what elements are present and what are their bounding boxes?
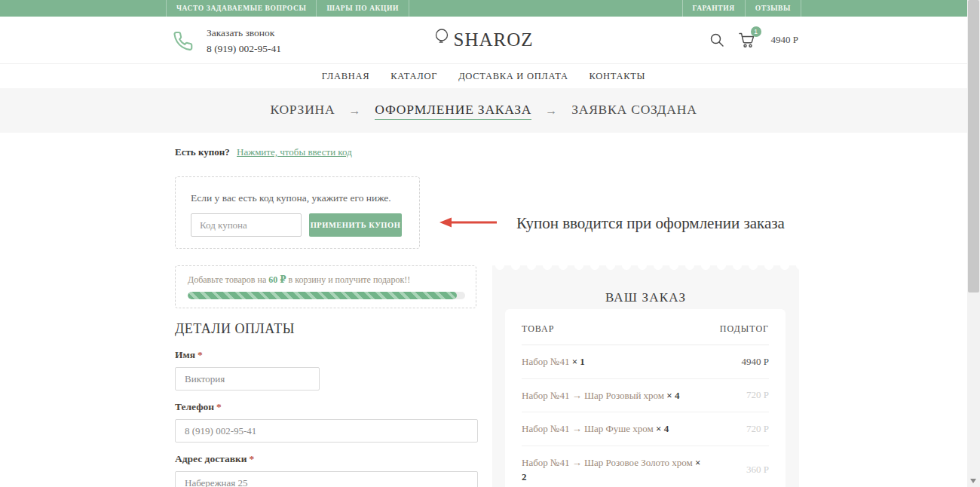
nav-home[interactable]: ГЛАВНАЯ bbox=[322, 71, 369, 82]
gift-progress-track bbox=[188, 292, 465, 299]
order-item-name: Набор №41 → Шар Розовый хром × 4 bbox=[522, 388, 706, 403]
gift-progress-box: Добавьте товаров на 60 ₽ в корзину и пол… bbox=[175, 265, 476, 308]
page: ЧАСТО ЗАДАВАЕМЫЕ ВОПРОСЫ ШАРЫ ПО АКЦИИ Г… bbox=[0, 0, 967, 487]
header-phone-number: 8 (919) 002-95-41 bbox=[207, 43, 281, 54]
required-mark: * bbox=[198, 349, 203, 360]
cart-count-badge: 1 bbox=[751, 26, 761, 37]
search-icon[interactable] bbox=[709, 32, 724, 47]
topbar-right-links: ГАРАНТИЯ ОТЗЫВЫ bbox=[682, 0, 801, 17]
breadcrumb-arrow-icon: → bbox=[348, 104, 361, 118]
address-field[interactable] bbox=[175, 471, 478, 487]
scrollbar-down-arrow-icon[interactable] bbox=[970, 479, 976, 483]
gift-text-before: Добавьте товаров на bbox=[188, 274, 268, 285]
address-field-label: Адрес доставки* bbox=[175, 453, 478, 465]
col-product: ТОВАР bbox=[522, 323, 554, 335]
order-row: Набор №41 × 1 4940 Р bbox=[522, 345, 769, 379]
coupon-toggle-link[interactable]: Нажмите, чтобы ввести код bbox=[237, 146, 352, 158]
topbar-left-links: ЧАСТО ЗАДАВАЕМЫЕ ВОПРОСЫ ШАРЫ ПО АКЦИИ bbox=[166, 0, 409, 17]
item-name-text: Набор №41 → Шар Розовое Золото хром bbox=[522, 457, 693, 468]
order-item-name: Набор №41 → Шар Розовое Золото хром × 2 bbox=[522, 455, 706, 485]
cart-total[interactable]: 4940 Р bbox=[771, 34, 798, 46]
order-table-header: ТОВАР ПОДЫТОГ bbox=[522, 309, 769, 345]
nav-catalog[interactable]: КАТАЛОГ bbox=[390, 71, 437, 82]
col-subtotal: ПОДЫТОГ bbox=[720, 323, 769, 335]
item-qty: × 4 bbox=[656, 423, 669, 434]
checkout-steps-band: КОРЗИНА → ОФОРМЛЕНИЕ ЗАКАЗА → ЗАЯВКА СОЗ… bbox=[0, 88, 967, 133]
item-name-text: Набор №41 → Шар Фуше хром bbox=[522, 423, 654, 434]
item-qty: × 4 bbox=[666, 390, 679, 401]
required-mark: * bbox=[216, 401, 222, 412]
cart-icon[interactable]: 1 bbox=[738, 32, 756, 48]
apply-coupon-button[interactable]: ПРИМЕНИТЬ КУПОН bbox=[309, 213, 402, 237]
coupon-prompt: Есть купон? Нажмите, чтобы ввести код bbox=[175, 146, 352, 158]
name-field[interactable] bbox=[175, 367, 320, 391]
coupon-prompt-label: Есть купон? bbox=[175, 146, 230, 158]
topbar-link-warranty[interactable]: ГАРАНТИЯ bbox=[682, 0, 745, 17]
phone-icon bbox=[172, 30, 194, 53]
step-checkout[interactable]: ОФОРМЛЕНИЕ ЗАКАЗА bbox=[375, 102, 531, 120]
billing-details: ДЕТАЛИ ОПЛАТЫ Имя* Телефон* Адрес достав… bbox=[175, 321, 478, 487]
step-cart[interactable]: КОРЗИНА bbox=[270, 102, 335, 119]
scrollbar[interactable] bbox=[967, 0, 980, 487]
order-row: Набор №41 → Шар Фуше хром × 4 720 Р bbox=[522, 412, 769, 446]
main-content: Есть купон? Нажмите, чтобы ввести код Ес… bbox=[0, 133, 967, 487]
main-nav: ГЛАВНАЯ КАТАЛОГ ДОСТАВКА И ОПЛАТА КОНТАК… bbox=[0, 64, 967, 88]
order-item-name: Набор №41 × 1 bbox=[522, 354, 706, 369]
billing-title: ДЕТАЛИ ОПЛАТЫ bbox=[175, 321, 478, 337]
breadcrumb: КОРЗИНА → ОФОРМЛЕНИЕ ЗАКАЗА → ЗАЯВКА СОЗ… bbox=[270, 102, 697, 120]
coupon-code-input[interactable] bbox=[191, 213, 302, 237]
item-name-text: Набор №41 bbox=[522, 356, 569, 367]
topbar-link-promo-balloons[interactable]: ШАРЫ ПО АКЦИИ bbox=[316, 0, 409, 17]
annotation: Купон вводится при оформлении заказа bbox=[439, 214, 785, 233]
balloon-icon bbox=[433, 28, 450, 52]
order-summary-panel: ВАШ ЗАКАЗ ТОВАР ПОДЫТОГ Набор №41 × 1 49… bbox=[492, 265, 799, 487]
scalloped-edge bbox=[492, 265, 799, 273]
phone-field-label: Телефон* bbox=[175, 401, 478, 413]
gift-text-after: в корзину и получите подарок!! bbox=[286, 274, 411, 285]
topbar-link-reviews[interactable]: ОТЗЫВЫ bbox=[745, 0, 801, 17]
scrollbar-thumb[interactable] bbox=[968, 0, 979, 293]
nav-contacts[interactable]: КОНТАКТЫ bbox=[590, 71, 646, 82]
item-price: 4940 Р bbox=[742, 356, 769, 368]
gift-progress-fill bbox=[188, 292, 457, 299]
header: Заказать звонок 8 (919) 002-95-41 SHAROZ bbox=[0, 17, 967, 64]
annotation-arrow-icon bbox=[439, 216, 498, 231]
nav-delivery[interactable]: ДОСТАВКА И ОПЛАТА bbox=[458, 71, 568, 82]
item-price: 360 Р bbox=[746, 464, 769, 476]
order-row: Набор №41 → Шар Розовое Золото хром × 2 … bbox=[522, 446, 769, 487]
required-mark: * bbox=[250, 453, 255, 464]
gift-progress-text: Добавьте товаров на 60 ₽ в корзину и пол… bbox=[188, 274, 464, 286]
item-price: 720 Р bbox=[746, 423, 769, 435]
breadcrumb-arrow-icon: → bbox=[545, 104, 558, 118]
logo-text: SHAROZ bbox=[453, 29, 533, 51]
item-name-text: Набор №41 → Шар Розовый хром bbox=[522, 390, 664, 401]
callback-block[interactable]: Заказать звонок 8 (919) 002-95-41 bbox=[172, 26, 281, 57]
coupon-box-text: Если у вас есть код купона, укажите его … bbox=[191, 192, 404, 204]
order-row: Набор №41 → Шар Розовый хром × 4 720 Р bbox=[522, 379, 769, 413]
name-field-label: Имя* bbox=[175, 349, 478, 361]
name-label-text: Имя bbox=[175, 349, 195, 360]
step-order-created: ЗАЯВКА СОЗДАНА bbox=[571, 102, 697, 119]
item-price: 720 Р bbox=[746, 389, 769, 401]
item-qty: × 1 bbox=[572, 356, 585, 367]
callback-text: Заказать звонок 8 (919) 002-95-41 bbox=[207, 26, 281, 57]
phone-label-text: Телефон bbox=[175, 401, 214, 412]
topbar: ЧАСТО ЗАДАВАЕМЫЕ ВОПРОСЫ ШАРЫ ПО АКЦИИ Г… bbox=[0, 0, 967, 17]
callback-label: Заказать звонок bbox=[207, 27, 274, 38]
logo[interactable]: SHAROZ bbox=[433, 28, 533, 52]
address-label-text: Адрес доставки bbox=[175, 453, 247, 464]
gift-amount: 60 ₽ bbox=[268, 274, 286, 285]
annotation-text: Купон вводится при оформлении заказа bbox=[516, 214, 785, 233]
order-item-name: Набор №41 → Шар Фуше хром × 4 bbox=[522, 421, 706, 436]
order-card: ТОВАР ПОДЫТОГ Набор №41 × 1 4940 Р Набор… bbox=[505, 309, 786, 487]
coupon-box: Если у вас есть код купона, укажите его … bbox=[175, 176, 420, 249]
topbar-link-faq[interactable]: ЧАСТО ЗАДАВАЕМЫЕ ВОПРОСЫ bbox=[166, 0, 316, 17]
phone-field[interactable] bbox=[175, 419, 478, 443]
